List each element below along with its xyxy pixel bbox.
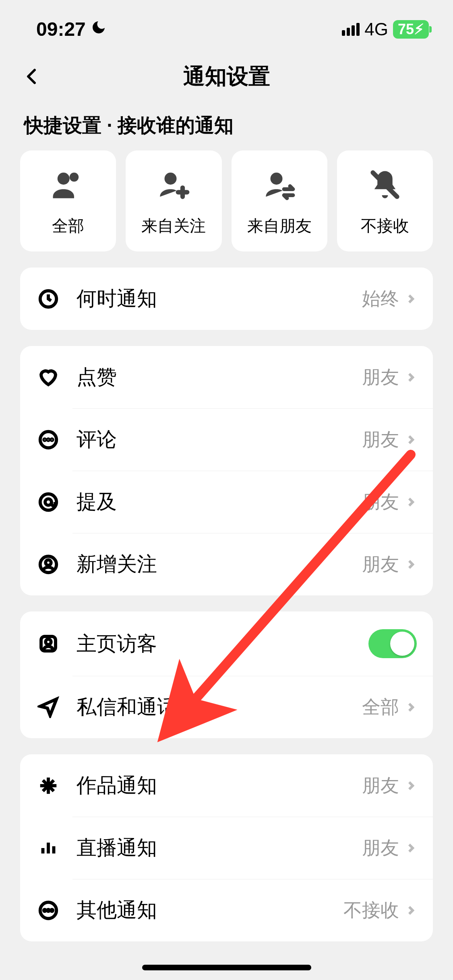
bars-icon xyxy=(36,836,60,860)
row-value: 全部 xyxy=(362,695,399,720)
svg-point-17 xyxy=(44,909,46,911)
person-add-icon xyxy=(155,167,192,203)
group-notify: 作品通知 朋友 直播通知 朋友 其他通知 不接收 xyxy=(20,754,433,941)
row-label: 点赞 xyxy=(77,364,362,391)
row-label: 私信和通话 xyxy=(77,694,362,721)
row-value: 始终 xyxy=(362,286,399,311)
svg-point-9 xyxy=(51,439,53,441)
chevron-right-icon xyxy=(405,904,417,916)
chevron-right-icon xyxy=(405,701,417,713)
quick-settings-row: 全部 来自关注 来自朋友 不接收 xyxy=(0,150,453,251)
page-header: 通知设置 xyxy=(0,48,453,101)
people-icon xyxy=(50,167,86,203)
row-value: 朋友 xyxy=(362,427,399,452)
row-value: 朋友 xyxy=(362,490,399,515)
quick-section-title: 快捷设置 · 接收谁的通知 xyxy=(0,101,453,150)
row-when-notify[interactable]: 何时通知 始终 xyxy=(20,268,433,330)
do-not-disturb-icon xyxy=(91,19,107,39)
row-label: 主页访客 xyxy=(77,630,368,657)
bell-off-icon xyxy=(367,167,403,203)
row-value: 朋友 xyxy=(362,836,399,861)
group-when-notify: 何时通知 始终 xyxy=(20,268,433,330)
row-work-notify[interactable]: 作品通知 朋友 xyxy=(20,754,433,817)
svg-point-19 xyxy=(51,909,53,911)
comment-icon xyxy=(36,428,60,452)
quick-label: 不接收 xyxy=(361,215,409,237)
row-label: 评论 xyxy=(77,426,362,453)
row-mention[interactable]: 提及 朋友 xyxy=(20,471,433,533)
status-time: 09:27 xyxy=(36,18,86,40)
svg-point-0 xyxy=(58,173,70,185)
row-visitor: 主页访客 xyxy=(20,611,433,676)
quick-label: 来自关注 xyxy=(141,215,206,237)
status-bar: 09:27 4G 75⚡︎ xyxy=(0,0,453,48)
row-label: 直播通知 xyxy=(77,834,362,861)
person-circle-icon xyxy=(36,552,60,576)
chevron-right-icon xyxy=(405,496,417,508)
sparkle-icon xyxy=(36,774,60,798)
svg-point-1 xyxy=(70,173,79,182)
chevron-right-icon xyxy=(405,293,417,305)
chevron-right-icon xyxy=(405,780,417,792)
row-label: 何时通知 xyxy=(77,285,362,312)
visitor-icon xyxy=(36,632,60,656)
row-live-notify[interactable]: 直播通知 朋友 xyxy=(20,817,433,879)
battery-icon: 75⚡︎ xyxy=(393,20,429,39)
visitor-toggle[interactable] xyxy=(368,629,417,658)
status-right: 4G 75⚡︎ xyxy=(342,19,429,39)
svg-point-13 xyxy=(46,560,51,565)
row-value: 朋友 xyxy=(362,773,399,798)
home-indicator xyxy=(142,965,311,970)
group-interactions: 点赞 朋友 评论 朋友 提及 朋友 新增关注 朋友 xyxy=(20,346,433,595)
row-label: 新增关注 xyxy=(77,551,362,578)
chevron-right-icon xyxy=(405,371,417,383)
chevron-right-icon xyxy=(405,842,417,854)
send-icon xyxy=(36,695,60,719)
row-value: 朋友 xyxy=(362,365,399,390)
status-left: 09:27 xyxy=(36,18,107,40)
clock-icon xyxy=(36,287,60,311)
quick-card-friends[interactable]: 来自朋友 xyxy=(232,150,327,251)
group-visitor-dm: 主页访客 私信和通话 全部 xyxy=(20,611,433,738)
row-dm-call[interactable]: 私信和通话 全部 xyxy=(20,676,433,738)
svg-point-7 xyxy=(44,439,46,441)
back-button[interactable] xyxy=(20,64,44,89)
row-label: 提及 xyxy=(77,488,362,515)
chevron-right-icon xyxy=(405,434,417,446)
page-title: 通知设置 xyxy=(0,62,453,91)
chevron-right-icon xyxy=(405,558,417,570)
signal-icon xyxy=(342,23,360,36)
row-value: 不接收 xyxy=(343,898,399,923)
network-label: 4G xyxy=(364,19,388,39)
row-label: 作品通知 xyxy=(77,772,362,799)
svg-point-18 xyxy=(48,909,50,911)
quick-label: 全部 xyxy=(52,215,84,237)
svg-point-2 xyxy=(165,173,177,185)
row-comment[interactable]: 评论 朋友 xyxy=(20,408,433,471)
row-other-notify[interactable]: 其他通知 不接收 xyxy=(20,879,433,941)
row-like[interactable]: 点赞 朋友 xyxy=(20,346,433,408)
svg-point-3 xyxy=(270,173,282,185)
row-value: 朋友 xyxy=(362,552,399,577)
quick-label: 来自朋友 xyxy=(247,215,312,237)
at-icon xyxy=(36,490,60,514)
quick-card-following[interactable]: 来自关注 xyxy=(126,150,221,251)
svg-point-8 xyxy=(48,439,49,441)
row-label: 其他通知 xyxy=(77,897,343,924)
quick-card-none[interactable]: 不接收 xyxy=(337,150,433,251)
quick-card-all[interactable]: 全部 xyxy=(20,150,116,251)
heart-icon xyxy=(36,365,60,389)
person-exchange-icon xyxy=(261,167,298,203)
row-new-follow[interactable]: 新增关注 朋友 xyxy=(20,533,433,595)
more-icon xyxy=(36,898,60,922)
svg-point-15 xyxy=(46,639,51,645)
